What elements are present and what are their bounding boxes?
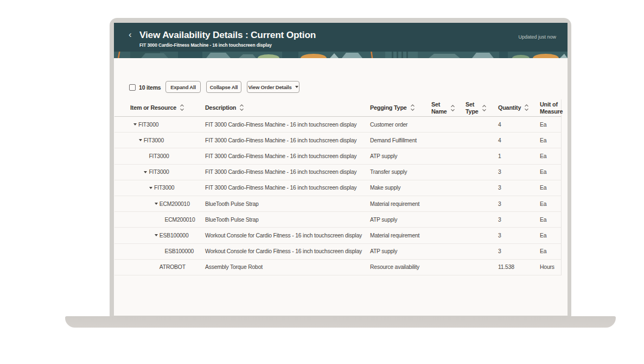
select-all-checkbox[interactable] [129,84,136,91]
cell-item: ECM200010 [114,201,205,207]
cell-uom: Hours [540,264,562,270]
column-header-label: Description [205,104,236,111]
cell-item: FIT3000 [114,122,205,128]
table-row[interactable]: FIT3000FIT 3000 Cardio-Fitness Machine -… [114,180,562,196]
sort-icon [525,104,528,111]
column-header-label: Item or Resource [130,104,176,111]
expand-triangle-icon[interactable] [155,203,158,205]
toolbar: 10 items Expand All Collapse All View Or… [114,80,568,94]
column-header-set_name[interactable]: SetName [431,101,466,115]
cell-quantity: 3 [498,201,540,207]
view-order-details-button[interactable]: View Order Details [247,81,299,93]
cell-quantity: 3 [498,169,540,175]
cell-uom: Ea [540,169,562,175]
table-row[interactable]: ESB100000Workout Console for Cardio Fitn… [114,244,562,260]
cell-description: Assembly Torque Robot [205,264,370,270]
column-header-label: Unit ofMeasure [540,101,563,115]
table-body: FIT3000FIT 3000 Cardio-Fitness Machine -… [114,117,562,275]
cell-quantity: 3 [498,248,540,254]
app-window: ‹ View Availability Details : Current Op… [114,23,568,316]
cell-description: BlueTooth Pulse Strap [205,217,370,223]
column-header-description[interactable]: Description [205,104,370,111]
app-header: ‹ View Availability Details : Current Op… [114,23,568,52]
cell-description: BlueTooth Pulse Strap [205,201,370,207]
cell-uom: Ea [540,217,562,223]
column-header-quantity[interactable]: Quantity [498,104,540,111]
item-code: ESB100000 [165,248,194,254]
item-code: FIT3000 [144,137,164,143]
column-header-label: Pegging Type [370,104,407,111]
expand-triangle-icon[interactable] [144,171,147,173]
cell-pegging: Material requirement [370,201,431,207]
item-code: ECM200010 [165,217,195,223]
cell-pegging: Resource availability [370,264,431,270]
item-code: ECM200010 [160,201,190,207]
page-subtitle: FIT 3000 Cardio-Fitness Machine - 16 inc… [139,42,272,48]
cell-quantity: 3 [498,217,540,223]
updated-status: Updated just now [518,34,556,40]
dropdown-caret-icon [295,86,298,88]
cell-pegging: Transfer supply [370,169,431,175]
cell-item: ESB100000 [114,233,205,239]
cell-description: FIT 3000 Cardio-Fitness Machine - 16 inc… [205,153,370,159]
table-row[interactable]: ATROBOTAssembly Torque RobotResource ava… [114,260,562,275]
column-header-pegging[interactable]: Pegging Type [370,104,431,111]
column-header-label: SetName [431,101,447,115]
sort-icon [482,105,486,111]
collapse-all-button[interactable]: Collapse All [206,81,241,93]
cell-item: ATROBOT [114,264,205,270]
table-row[interactable]: ECM200010BlueTooth Pulse StrapATP supply… [114,212,562,228]
table-row[interactable]: ECM200010BlueTooth Pulse StrapMaterial r… [114,196,562,212]
back-chevron-icon[interactable]: ‹ [129,30,132,39]
column-header-uom: Unit ofMeasure [540,101,562,115]
expand-triangle-icon[interactable] [139,139,142,141]
sort-icon [240,104,244,111]
expand-triangle-icon[interactable] [133,123,137,125]
table-row[interactable]: FIT3000FIT 3000 Cardio-Fitness Machine -… [114,148,562,164]
page-title: View Availability Details : Current Opti… [139,29,316,41]
cell-pegging: ATP supply [370,153,431,159]
cell-item: FIT3000 [114,169,205,175]
cell-item: ESB100000 [114,248,205,254]
column-header-label: SetType [466,101,479,115]
cell-item: FIT3000 [114,185,205,191]
cell-quantity: 11.538 [498,264,540,270]
item-code: FIT3000 [149,169,169,175]
cell-pegging: Demand Fulfillment [370,137,431,143]
table-header: Item or ResourceDescriptionPegging TypeS… [114,99,562,117]
cell-description: FIT 3000 Cardio-Fitness Machine - 16 inc… [205,185,370,191]
column-header-item[interactable]: Item or Resource [114,104,205,111]
cell-quantity: 4 [498,122,540,128]
cell-item: FIT3000 [114,137,205,143]
expand-all-button[interactable]: Expand All [165,81,201,93]
sort-icon [180,104,184,111]
column-header-set_type[interactable]: SetType [466,101,498,115]
sort-icon [451,105,455,111]
cell-quantity: 1 [498,153,540,159]
table-row[interactable]: FIT3000FIT 3000 Cardio-Fitness Machine -… [114,165,562,180]
laptop-screen: ‹ View Availability Details : Current Op… [110,18,571,317]
sort-icon [411,104,415,111]
cell-pegging: Material requirement [370,233,431,239]
expand-triangle-icon[interactable] [149,187,152,189]
table-row[interactable]: FIT3000FIT 3000 Cardio-Fitness Machine -… [114,117,562,133]
cell-uom: Ea [540,122,562,128]
cell-description: FIT 3000 Cardio-Fitness Machine - 16 inc… [205,122,370,128]
cell-quantity: 3 [498,185,540,191]
cell-uom: Ea [540,185,562,191]
table-row[interactable]: ESB100000Workout Console for Cardio Fitn… [114,228,562,243]
expand-triangle-icon[interactable] [155,234,158,236]
item-code: FIT3000 [154,185,174,191]
view-order-details-label: View Order Details [248,84,291,90]
cell-item: ECM200010 [114,217,205,223]
page-background: ‹ View Availability Details : Current Op… [0,0,644,364]
items-count-label: 10 items [139,84,161,91]
table-row[interactable]: FIT3000FIT 3000 Cardio-Fitness Machine -… [114,133,562,148]
item-code: ATROBOT [160,264,186,270]
cell-item: FIT3000 [114,153,205,159]
cell-pegging: ATP supply [370,217,431,223]
cell-quantity: 4 [498,137,540,143]
cell-uom: Ea [540,248,562,254]
banner-pattern [114,52,568,58]
item-code: FIT3000 [149,153,169,159]
